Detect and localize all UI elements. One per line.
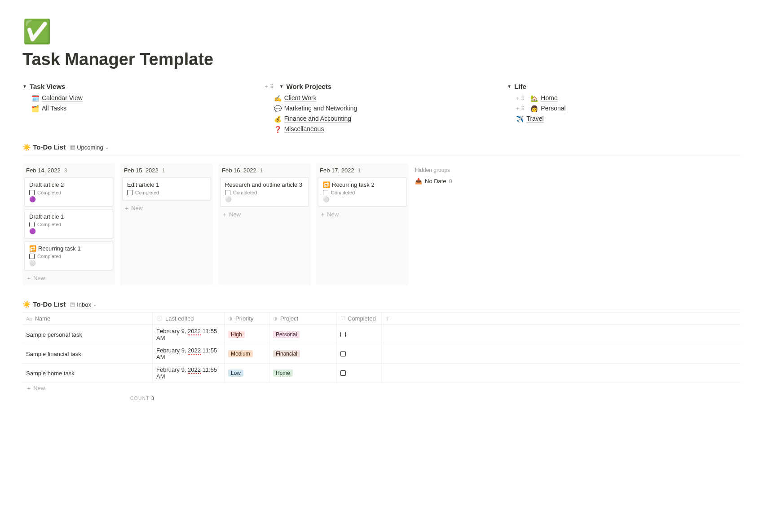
- cell-priority[interactable]: Low: [225, 364, 269, 383]
- th-add[interactable]: +: [382, 312, 400, 325]
- board-card[interactable]: Draft article 2 Completed 🟣: [24, 177, 113, 207]
- board-card[interactable]: Research and outline article 3 Completed…: [220, 177, 309, 207]
- checkbox-icon[interactable]: [127, 190, 132, 195]
- cell-completed[interactable]: [337, 364, 382, 383]
- board-column-header[interactable]: Feb 17, 20221: [316, 165, 409, 177]
- inbox-table: AaName 🕘Last edited ◑Priority ◑Project ☑…: [22, 312, 741, 393]
- card-completed-prop: Completed: [127, 190, 206, 195]
- cell-name[interactable]: Sample home task: [22, 364, 153, 383]
- checkbox-icon[interactable]: [340, 351, 346, 356]
- checkbox-icon[interactable]: [340, 370, 346, 376]
- link-label: Calendar View: [42, 94, 83, 102]
- cell-name[interactable]: Sample personal task: [22, 325, 153, 344]
- checkbox-icon[interactable]: [340, 332, 346, 337]
- cell-priority[interactable]: High: [225, 325, 269, 344]
- toggle-header[interactable]: ▼Life: [507, 83, 741, 90]
- item-emoji: ✍️: [274, 95, 282, 102]
- toggle-arrow-icon: ▼: [279, 84, 284, 89]
- link-item[interactable]: + ⠿👩Personal: [516, 103, 741, 114]
- board-column-header[interactable]: Feb 16, 20221: [218, 165, 311, 177]
- toggle-header[interactable]: + ⠿▼Work Projects: [265, 83, 498, 90]
- link-item[interactable]: ✍️Client Work: [274, 93, 498, 103]
- link-item[interactable]: 🗓️Calendar View: [31, 93, 256, 103]
- link-item[interactable]: 🗂️All Tasks: [31, 103, 256, 114]
- link-item[interactable]: 💰Finance and Accounting: [274, 114, 498, 124]
- th-project[interactable]: ◑Project: [269, 312, 337, 325]
- item-emoji: ❓: [274, 126, 282, 133]
- cell-completed[interactable]: [337, 325, 382, 344]
- new-card-button[interactable]: +New: [316, 209, 409, 220]
- item-emoji: 💰: [274, 115, 282, 123]
- table-row[interactable]: Sample financial task February 9, 2022 1…: [22, 344, 741, 364]
- card-title: 🔁Recurring task 2: [323, 181, 402, 188]
- table-row[interactable]: Sample home task February 9, 2022 11:55 …: [22, 364, 741, 383]
- view-selector-inbox[interactable]: ▤ Inbox ⌄: [70, 301, 97, 308]
- new-card-button[interactable]: +New: [120, 203, 213, 213]
- link-label: Client Work: [284, 94, 317, 102]
- board-card[interactable]: 🔁Recurring task 1 Completed ⚪: [24, 241, 113, 270]
- toggle-title: Task Views: [30, 83, 66, 90]
- item-emoji: 👩: [530, 105, 538, 112]
- new-card-button[interactable]: +New: [218, 209, 311, 220]
- view-selector-upcoming[interactable]: ▦ Upcoming ⌄: [70, 144, 109, 151]
- recurring-icon: 🔁: [29, 245, 36, 252]
- plus-icon: +: [27, 385, 31, 391]
- status-dot: ⚪: [225, 196, 304, 202]
- drag-handle-icon[interactable]: ⠿: [521, 95, 525, 101]
- checkbox-icon[interactable]: [29, 254, 35, 259]
- cell-priority[interactable]: Medium: [225, 344, 269, 363]
- recurring-icon: 🔁: [323, 181, 330, 188]
- th-priority[interactable]: ◑Priority: [225, 312, 269, 325]
- item-emoji: 💬: [274, 105, 282, 112]
- th-lastedited[interactable]: 🕘Last edited: [153, 312, 225, 325]
- board-column-header[interactable]: Feb 15, 20221: [120, 165, 213, 177]
- cell-project[interactable]: Home: [269, 364, 337, 383]
- link-label: Travel: [526, 115, 543, 123]
- todo-title: ☀️ To-Do List: [22, 143, 66, 151]
- plus-icon: +: [385, 316, 389, 322]
- cell-project[interactable]: Personal: [269, 325, 337, 344]
- cell-lastedited: February 9, 2022 11:55 AM: [153, 325, 225, 344]
- link-item[interactable]: + ⠿🏡Home: [516, 93, 741, 103]
- cell-name[interactable]: Sample financial task: [22, 344, 153, 363]
- board-card[interactable]: Edit article 1 Completed: [122, 177, 211, 200]
- link-item[interactable]: 💬Marketing and Networking: [274, 103, 498, 114]
- column-count: 1: [260, 167, 263, 174]
- th-name[interactable]: AaName: [22, 312, 153, 325]
- text-icon: Aa: [26, 316, 32, 321]
- checkbox-icon[interactable]: [225, 190, 230, 195]
- plus-icon[interactable]: +: [516, 106, 519, 112]
- board-card[interactable]: Draft article 1 Completed 🟣: [24, 209, 113, 238]
- new-row-button[interactable]: +New: [22, 383, 741, 393]
- link-item[interactable]: ✈️Travel: [516, 114, 741, 124]
- chevron-down-icon: ⌄: [93, 302, 97, 307]
- board-column-header[interactable]: Feb 14, 20223: [22, 165, 115, 177]
- board-card[interactable]: 🔁Recurring task 2 Completed ⚪: [318, 177, 407, 207]
- drag-handle-icon[interactable]: ⠿: [521, 106, 525, 112]
- link-label: All Tasks: [42, 105, 66, 112]
- plus-icon[interactable]: +: [265, 84, 268, 90]
- checkbox-icon[interactable]: [323, 190, 328, 195]
- hidden-group-item[interactable]: 📥No Date0: [414, 177, 507, 185]
- select-icon: ◑: [273, 316, 278, 321]
- link-label: Marketing and Networking: [284, 105, 357, 112]
- checkbox-icon[interactable]: [29, 190, 35, 195]
- item-emoji: 🏡: [530, 95, 538, 102]
- checkbox-icon[interactable]: [29, 222, 35, 227]
- inbox-title: ☀️ To-Do List: [22, 300, 66, 308]
- th-completed[interactable]: ☑Completed: [337, 312, 382, 325]
- plus-icon: +: [321, 211, 324, 218]
- drag-handle-icon[interactable]: ⠿: [270, 84, 274, 90]
- table-row[interactable]: Sample personal task February 9, 2022 11…: [22, 325, 741, 344]
- link-item[interactable]: ❓Miscellaneous: [274, 124, 498, 134]
- toggle-title: Life: [514, 83, 526, 90]
- plus-icon[interactable]: +: [516, 95, 519, 101]
- cell-project[interactable]: Financial: [269, 344, 337, 363]
- item-emoji: ✈️: [516, 115, 524, 123]
- new-card-button[interactable]: +New: [22, 273, 115, 283]
- card-completed-prop: Completed: [29, 254, 108, 259]
- card-title: Draft article 1: [29, 213, 108, 220]
- page-icon[interactable]: ✅: [22, 18, 741, 45]
- cell-completed[interactable]: [337, 344, 382, 363]
- toggle-header[interactable]: ▼Task Views: [22, 83, 256, 90]
